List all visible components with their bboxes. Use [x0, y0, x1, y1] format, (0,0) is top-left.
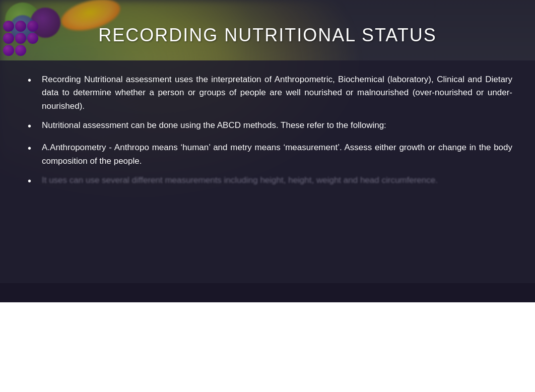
below-slide-area — [0, 302, 535, 392]
bottom-bar — [0, 283, 535, 302]
bullet-item-2: Nutritional assessment can be done using… — [28, 119, 512, 132]
slide-title: RECORDING NUTRITIONAL STATUS — [98, 15, 436, 46]
bullet-item-3: A.Anthropometry - Anthropo means ‘human’… — [28, 141, 512, 168]
content-section: Recording Nutritional assessment uses th… — [0, 63, 535, 203]
title-section: RECORDING NUTRITIONAL STATUS — [0, 0, 535, 60]
bullet-item-1: Recording Nutritional assessment uses th… — [28, 73, 512, 113]
slide-container: RECORDING NUTRITIONAL STATUS Recording N… — [0, 0, 535, 302]
bullet-list: Recording Nutritional assessment uses th… — [28, 73, 512, 187]
bullet-item-4: It uses can use several different measur… — [28, 174, 512, 187]
